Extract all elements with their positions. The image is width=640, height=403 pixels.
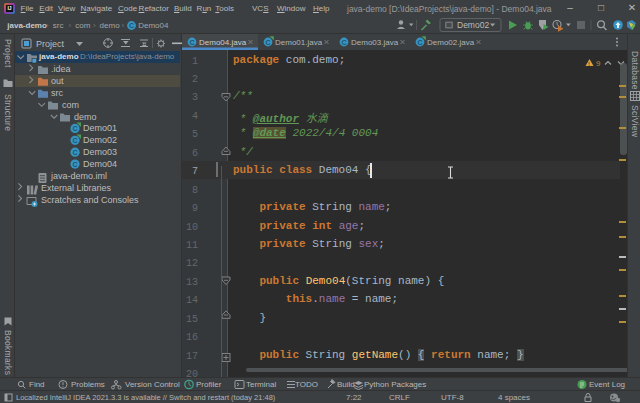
svg-text:C: C xyxy=(129,22,134,29)
svg-text:C: C xyxy=(190,39,195,46)
svg-text:9: 9 xyxy=(596,59,601,68)
svg-text:C: C xyxy=(266,39,271,46)
svg-text:Demo01.java: Demo01.java xyxy=(275,38,323,47)
svg-text:Project: Project xyxy=(36,39,65,49)
svg-text:C: C xyxy=(418,39,423,46)
svg-text:C: C xyxy=(342,39,347,46)
svg-text:Demo02.java: Demo02.java xyxy=(427,38,475,47)
svg-text:Demo03.java: Demo03.java xyxy=(351,38,399,47)
svg-text:!: ! xyxy=(588,61,590,67)
svg-text:Demo02: Demo02 xyxy=(457,20,489,30)
svg-text:Demo04.java: Demo04.java xyxy=(199,38,247,47)
